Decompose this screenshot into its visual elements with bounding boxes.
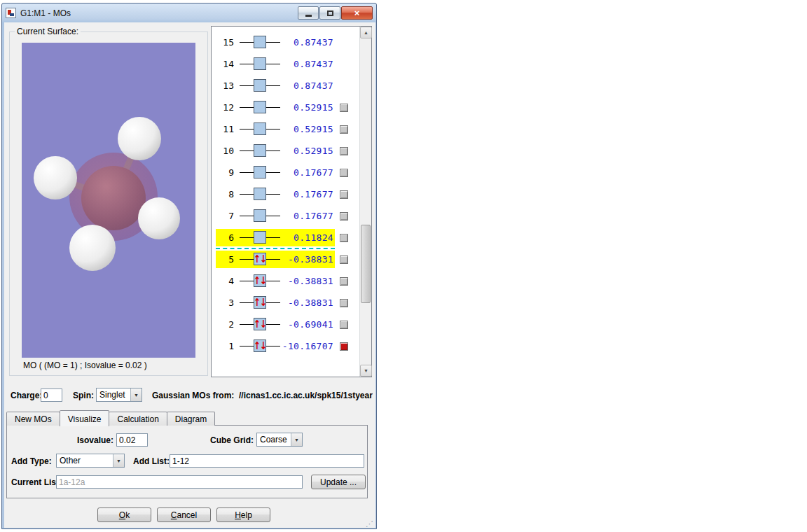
mo-visible-checkbox[interactable] bbox=[340, 321, 348, 329]
resize-grip[interactable]: ⋰ bbox=[366, 520, 373, 527]
mo-visible-checkbox[interactable] bbox=[340, 277, 348, 286]
mo-list-scrollbar[interactable]: ▲ ▼ bbox=[359, 27, 371, 377]
mo-orbital-box-occupied[interactable]: ↑↓ bbox=[254, 318, 266, 330]
mo-row-11: 110.52915 bbox=[212, 118, 359, 140]
mo-energy-value: 0.52915 bbox=[282, 124, 333, 134]
isovalue-label: Isovalue: bbox=[69, 433, 113, 447]
charge-input[interactable] bbox=[41, 388, 62, 402]
hydrogen-atom bbox=[34, 156, 77, 200]
mo-level-entry[interactable]: 80.17677 bbox=[216, 186, 335, 203]
spin-select[interactable]: Singlet ▼ bbox=[96, 388, 142, 402]
mo-visible-checkbox[interactable] bbox=[340, 125, 348, 134]
mo-number: 7 bbox=[219, 211, 234, 221]
mo-orbital-box-occupied[interactable]: ↑↓ bbox=[254, 296, 266, 309]
mo-orbital-box-occupied[interactable]: ↑↓ bbox=[254, 340, 266, 352]
scrollbar-thumb[interactable] bbox=[361, 225, 371, 303]
mo-orbital-box-occupied[interactable]: ↑↓ bbox=[254, 274, 266, 287]
mo-visible-checkbox[interactable] bbox=[340, 342, 348, 351]
mo-orbital-box-virtual[interactable] bbox=[254, 57, 266, 70]
mo-orbital-box-virtual[interactable] bbox=[254, 209, 266, 222]
mo-level-entry[interactable]: 2↑↓-0.69041 bbox=[216, 316, 335, 333]
mo-level-line bbox=[240, 165, 280, 180]
add-type-select[interactable]: Other ▼ bbox=[56, 454, 125, 468]
mo-number: 5 bbox=[219, 254, 234, 265]
mo-level-entry[interactable]: 120.52915 bbox=[216, 99, 335, 116]
current-list-input[interactable] bbox=[56, 475, 303, 489]
molecule-viewport[interactable] bbox=[22, 43, 195, 358]
mo-visible-checkbox[interactable] bbox=[340, 299, 348, 307]
mo-number: 4 bbox=[219, 276, 234, 286]
mo-orbital-box-virtual[interactable] bbox=[254, 166, 266, 178]
titlebar[interactable]: G1:M1 - MOs × bbox=[2, 4, 376, 22]
cube-grid-dropdown-button[interactable]: ▼ bbox=[291, 433, 302, 446]
mo-energy-value: 0.87437 bbox=[282, 59, 333, 69]
mo-visible-checkbox[interactable] bbox=[340, 255, 348, 264]
gaussian-source-text: Gaussian MOs from: //icnas1.cc.ic.ac.uk/… bbox=[152, 388, 373, 402]
mo-orbital-box-occupied[interactable]: ↑↓ bbox=[254, 253, 266, 265]
mo-level-entry[interactable]: 150.87437 bbox=[216, 34, 335, 51]
mo-visible-checkbox[interactable] bbox=[340, 169, 348, 177]
scroll-up-button[interactable]: ▲ bbox=[360, 27, 372, 38]
update-button[interactable]: Update ... bbox=[311, 475, 366, 489]
mo-level-entry[interactable]: 90.17677 bbox=[216, 164, 335, 181]
mo-visible-checkbox[interactable] bbox=[340, 234, 348, 242]
mo-orbital-box-virtual[interactable] bbox=[254, 188, 266, 200]
isovalue-input[interactable] bbox=[116, 433, 148, 447]
mo-orbital-box-virtual[interactable] bbox=[254, 144, 266, 157]
ok-button[interactable]: Ok bbox=[97, 507, 151, 522]
help-button-label: Help bbox=[235, 510, 252, 520]
mo-orbital-box-virtual[interactable] bbox=[254, 101, 266, 113]
minimize-button[interactable] bbox=[298, 6, 319, 20]
mo-row-15: 150.87437 bbox=[212, 31, 359, 53]
mo-energy-value: 0.17677 bbox=[282, 189, 333, 200]
current-surface-label: Current Surface: bbox=[15, 27, 81, 36]
mo-energy-value: 0.17677 bbox=[282, 211, 333, 221]
mo-level-entry[interactable]: 130.87437 bbox=[216, 77, 335, 94]
mo-level-entry[interactable]: 70.17677 bbox=[216, 207, 335, 225]
mo-level-entry[interactable]: 140.87437 bbox=[216, 55, 335, 73]
spin-dropdown-button[interactable]: ▼ bbox=[130, 388, 142, 401]
mo-level-line: ↑↓ bbox=[240, 339, 280, 354]
spin-up-icon: ↑ bbox=[254, 318, 260, 330]
hydrogen-atom bbox=[118, 117, 161, 160]
close-button[interactable]: × bbox=[341, 6, 373, 20]
mo-visible-checkbox[interactable] bbox=[340, 104, 348, 112]
mo-orbital-box-virtual[interactable] bbox=[254, 79, 266, 92]
mo-visible-checkbox[interactable] bbox=[340, 212, 348, 220]
mo-number: 9 bbox=[219, 167, 234, 178]
help-button[interactable]: Help bbox=[216, 507, 270, 522]
cancel-button[interactable]: Cancel bbox=[157, 507, 211, 522]
tab-diagram[interactable]: Diagram bbox=[167, 412, 215, 426]
scroll-up-icon: ▲ bbox=[364, 30, 368, 35]
tab-new-mos[interactable]: New MOs bbox=[6, 412, 60, 426]
mo-orbital-box-virtual[interactable] bbox=[254, 122, 266, 135]
tab-visualize[interactable]: Visualize bbox=[60, 410, 110, 426]
mo-energy-value: -10.16707 bbox=[282, 341, 333, 351]
mo-level-entry[interactable]: 1↑↓-10.16707 bbox=[216, 337, 335, 355]
minimize-icon bbox=[305, 15, 312, 17]
cube-grid-select[interactable]: Coarse ▼ bbox=[256, 433, 303, 447]
mo-level-entry[interactable]: 60.11824 bbox=[216, 229, 335, 246]
update-button-label: Update ... bbox=[320, 477, 357, 487]
mo-level-entry[interactable]: 5↑↓-0.38831 bbox=[216, 251, 335, 268]
mo-level-entry[interactable]: 3↑↓-0.38831 bbox=[216, 294, 335, 312]
mo-row-8: 80.17677 bbox=[212, 183, 359, 205]
mo-orbital-box-virtual[interactable] bbox=[254, 231, 266, 244]
mo-visible-checkbox[interactable] bbox=[340, 190, 348, 199]
mo-row-5: 5↑↓-0.38831 bbox=[212, 248, 359, 270]
scroll-down-button[interactable]: ▼ bbox=[360, 365, 372, 377]
mo-visible-checkbox[interactable] bbox=[340, 147, 348, 155]
charge-label: Charge: bbox=[11, 388, 42, 402]
maximize-button[interactable] bbox=[319, 6, 340, 20]
mo-level-entry[interactable]: 4↑↓-0.38831 bbox=[216, 272, 335, 290]
add-list-input[interactable] bbox=[170, 454, 364, 468]
mo-orbital-box-virtual[interactable] bbox=[254, 36, 266, 48]
mo-level-line bbox=[240, 187, 280, 202]
mo-number: 15 bbox=[219, 37, 234, 48]
tab-calculation[interactable]: Calculation bbox=[109, 412, 167, 426]
mo-level-entry[interactable]: 110.52915 bbox=[216, 120, 335, 138]
spin-up-icon: ↑ bbox=[254, 274, 260, 287]
mo-level-entry[interactable]: 100.52915 bbox=[216, 142, 335, 160]
add-type-dropdown-button[interactable]: ▼ bbox=[113, 454, 124, 467]
add-type-selected-value: Other bbox=[57, 454, 113, 467]
